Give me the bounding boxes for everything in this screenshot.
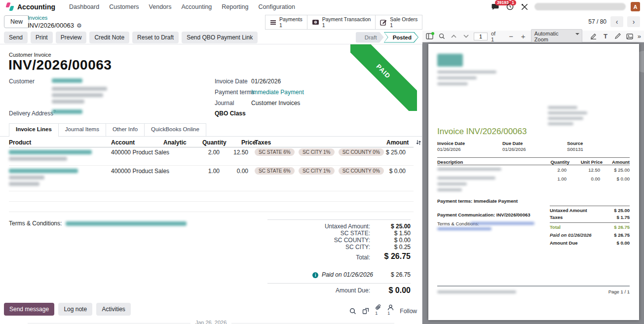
nav-accounting[interactable]: Accounting [176, 3, 217, 10]
nav-dashboard[interactable]: Dashboard [64, 3, 104, 10]
stat-payments-button[interactable]: Payments1 [265, 15, 307, 30]
pdf-source-label: Source [567, 141, 583, 146]
terms-and-conditions: Terms & Conditions: [9, 220, 187, 227]
line-quantity[interactable]: 2.00 [208, 149, 220, 156]
payment-terms-value[interactable]: Immediate Payment [251, 89, 304, 96]
tab-invoice-lines[interactable]: Invoice Lines [9, 123, 59, 136]
stat-payment-transaction-button[interactable]: 0 Payment Transaction1 [307, 15, 376, 30]
print-button[interactable]: Print [31, 32, 53, 43]
pdf-zoom-out-icon[interactable]: − [507, 32, 516, 41]
product-name-blurred[interactable] [9, 150, 92, 154]
pdf-image-tool-icon[interactable] [625, 32, 634, 41]
expand-icon[interactable] [362, 308, 369, 315]
search-messages-icon[interactable] [349, 308, 356, 315]
line-taxes[interactable]: SC STATE 6% SC CITY 1% SC COUNTY 0% [255, 148, 386, 156]
pager-next-button[interactable]: › [627, 16, 640, 27]
pdf-toolbar: of 1 − + Automatic Zoom T » [422, 31, 644, 42]
pdf-highlight-icon[interactable] [589, 32, 598, 41]
pencil-note-icon [380, 19, 387, 26]
journal-value[interactable]: Customer Invoices [251, 100, 300, 107]
status-posted[interactable]: Posted [384, 32, 418, 43]
col-quantity[interactable]: Quantity [202, 139, 227, 146]
app-name[interactable]: Accounting [17, 3, 55, 11]
pdf-search-icon[interactable] [438, 32, 447, 41]
tax-pill[interactable]: SC COUNTY 0% [339, 167, 384, 175]
line-quantity[interactable]: 1.00 [208, 168, 220, 175]
activities-button[interactable]: Activities [96, 303, 130, 316]
col-taxes[interactable]: Taxes [255, 139, 271, 146]
activities-clock-icon[interactable]: 1 [505, 2, 515, 12]
pdf-text-tool-icon[interactable]: T [601, 32, 610, 41]
preview-button[interactable]: Preview [56, 32, 87, 43]
tab-other-info[interactable]: Other Info [106, 123, 145, 136]
pdf-page-down-icon[interactable] [462, 32, 471, 41]
pdf-sidebar-toggle-icon[interactable] [425, 32, 434, 41]
nav-reporting[interactable]: Reporting [217, 3, 253, 10]
line-price[interactable]: 12.50 [233, 149, 248, 156]
send-message-button[interactable]: Send message [4, 303, 54, 316]
send-button[interactable]: Send [4, 32, 28, 43]
user-avatar[interactable]: A [631, 2, 640, 11]
pdf-line-desc-blurred [437, 188, 462, 191]
status-draft[interactable]: Draft [356, 32, 384, 43]
invoice-line-row[interactable]: 400000 Product Sales 2.00 12.50 SC STATE… [9, 147, 414, 166]
line-account[interactable]: 400000 Product Sales [111, 168, 169, 175]
empty-line-row[interactable] [9, 191, 414, 202]
pager-previous-button[interactable]: ‹ [610, 16, 623, 27]
tax-pill[interactable]: SC STATE 6% [255, 167, 295, 175]
pdf-page-input[interactable] [474, 33, 488, 40]
new-button[interactable]: New [4, 15, 29, 28]
invoice-line-row[interactable]: 400000 Product Sales 1.00 0.00 SC STATE … [9, 166, 414, 191]
reset-to-draft-button[interactable]: Reset to Draft [132, 32, 179, 43]
sc-state-value: $ 1.50 [394, 230, 411, 237]
pdf-more-tools-icon[interactable]: » [638, 33, 641, 40]
optional-columns-icon[interactable] [416, 140, 421, 145]
tax-pill[interactable]: SC CITY 1% [299, 167, 335, 175]
line-price[interactable]: 0.00 [237, 168, 248, 175]
paid-amount-value: $ 26.75 [391, 271, 411, 278]
paid-ribbon: PAID [350, 44, 417, 111]
tab-quickbooks-online[interactable]: QuickBooks Online [145, 123, 206, 136]
pdf-zoom-select[interactable]: Automatic Zoom [531, 29, 582, 44]
line-taxes[interactable]: SC STATE 6% SC CITY 1% SC COUNTY 0% [255, 167, 386, 175]
nav-vendors[interactable]: Vendors [144, 3, 177, 10]
nav-configuration[interactable]: Configuration [254, 3, 300, 10]
attachments-icon[interactable]: 1 [375, 304, 381, 319]
follow-button[interactable]: Follow [400, 308, 417, 315]
col-price[interactable]: Price [241, 139, 256, 146]
pdf-draw-icon[interactable] [613, 32, 622, 41]
line-account[interactable]: 400000 Product Sales [111, 149, 169, 156]
credit-note-button[interactable]: Credit Note [89, 32, 129, 43]
messages-icon[interactable]: 39193 [490, 2, 500, 12]
breadcrumb-invoices[interactable]: Invoices [28, 15, 47, 21]
action-bar: Send Print Preview Credit Note Reset to … [0, 31, 422, 44]
tax-pill[interactable]: SC COUNTY 0% [339, 148, 384, 156]
terms-value-blurred[interactable] [66, 221, 187, 226]
send-qbo-payment-link-button[interactable]: Send QBO Payment Link [182, 32, 258, 43]
coin-icon: 0 [312, 19, 319, 25]
invoice-date-value[interactable]: 01/26/2026 [251, 78, 281, 85]
pdf-zoom-in-icon[interactable]: + [519, 32, 528, 41]
stat-sale-orders-button[interactable]: Sale Orders1 [376, 15, 422, 30]
empty-line-row[interactable] [9, 202, 414, 212]
customer-address-blurred [52, 100, 84, 104]
col-product[interactable]: Product [9, 139, 31, 146]
action-gear-icon[interactable]: ⚙ [76, 22, 82, 30]
pdf-page-up-icon[interactable] [450, 32, 458, 41]
followers-icon[interactable]: 1 [387, 304, 394, 319]
nav-customers[interactable]: Customers [104, 3, 144, 10]
tab-journal-items[interactable]: Journal Items [59, 123, 106, 136]
product-desc-blurred [9, 157, 67, 161]
customer-value-blurred[interactable] [52, 78, 82, 83]
pdf-page-number: Page 1 / 1 [608, 289, 630, 294]
tools-icon[interactable] [520, 2, 530, 12]
col-amount[interactable]: Amount [386, 139, 409, 146]
col-account[interactable]: Account [111, 139, 135, 146]
col-analytic[interactable]: Analytic [163, 139, 187, 146]
log-note-button[interactable]: Log note [58, 303, 92, 316]
tax-pill[interactable]: SC CITY 1% [299, 148, 335, 156]
product-name-blurred[interactable] [9, 169, 78, 173]
company-selector-blurred[interactable] [534, 3, 626, 10]
delivery-address-value-blurred[interactable] [52, 109, 82, 114]
tax-pill[interactable]: SC STATE 6% [255, 148, 295, 156]
